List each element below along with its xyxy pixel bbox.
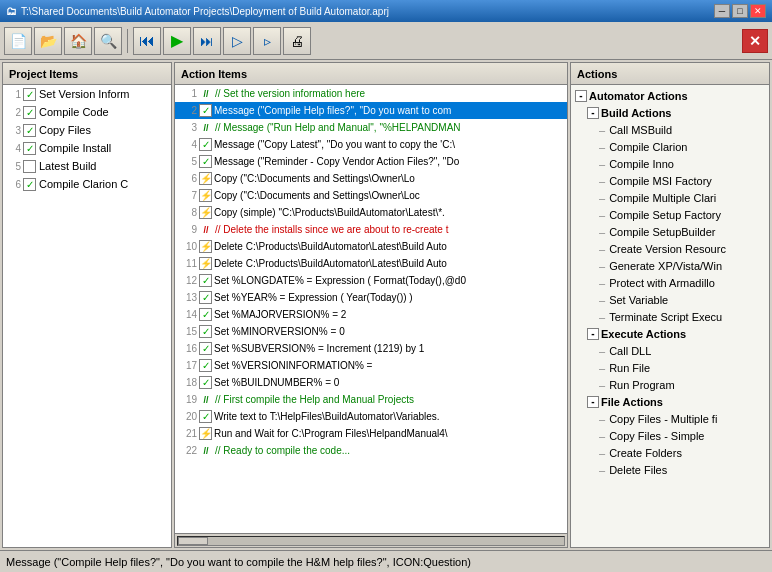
new-button[interactable]: 📄 <box>4 27 32 55</box>
action-item[interactable]: 20 ✓ Write text to T:\HelpFiles\BuildAut… <box>175 408 567 425</box>
action-item[interactable]: 8 ⚡ Copy (simple) "C:\Products\BuildAuto… <box>175 204 567 221</box>
scroll-thumb[interactable] <box>178 537 208 545</box>
project-item[interactable]: 4 ✓ Compile Install <box>3 139 171 157</box>
step-first-button[interactable]: ⏮ <box>133 27 161 55</box>
action-checkbox[interactable]: ✓ <box>199 410 212 423</box>
action-item[interactable]: 17 ✓ Set %VERSIONINFORMATION% = <box>175 357 567 374</box>
item-checkbox[interactable]: ✓ <box>23 106 36 119</box>
project-item[interactable]: 3 ✓ Copy Files <box>3 121 171 139</box>
item-checkbox[interactable]: ✓ <box>23 124 36 137</box>
action-checkbox[interactable]: ✓ <box>199 155 212 168</box>
action-checkbox[interactable]: ✓ <box>199 376 212 389</box>
tree-leaf[interactable]: –Run File <box>573 359 767 376</box>
action-item[interactable]: 4 ✓ Message ("Copy Latest", "Do you want… <box>175 136 567 153</box>
action-checkbox[interactable]: ⚡ <box>199 257 212 270</box>
open-button[interactable]: 📂 <box>34 27 62 55</box>
item-checkbox[interactable]: ✓ <box>23 88 36 101</box>
action-checkbox[interactable]: ⚡ <box>199 427 212 440</box>
tree-expand-icon[interactable]: - <box>587 328 599 340</box>
action-item[interactable]: 18 ✓ Set %BUILDNUMBER% = 0 <box>175 374 567 391</box>
action-checkbox[interactable]: ✓ <box>199 291 212 304</box>
tree-leaf[interactable]: –Terminate Script Execu <box>573 308 767 325</box>
action-item[interactable]: 7 ⚡ Copy ("C:\Documents and Settings\Own… <box>175 187 567 204</box>
find-button[interactable]: 🔍 <box>94 27 122 55</box>
step-into-button[interactable]: ▷ <box>223 27 251 55</box>
action-item[interactable]: 5 ✓ Message ("Reminder - Copy Vendor Act… <box>175 153 567 170</box>
action-items-list[interactable]: 1 // // Set the version information here… <box>175 85 567 533</box>
action-item[interactable]: 14 ✓ Set %MAJORVERSION% = 2 <box>175 306 567 323</box>
tree-leaf[interactable]: –Copy Files - Multiple fi <box>573 410 767 427</box>
tree-category[interactable]: -Build Actions <box>573 104 767 121</box>
tree-leaf[interactable]: –Compile MSI Factory <box>573 172 767 189</box>
action-checkbox[interactable]: ✓ <box>199 359 212 372</box>
action-item[interactable]: 9 // // Delete the installs since we are… <box>175 221 567 238</box>
project-item[interactable]: 1 ✓ Set Version Inform <box>3 85 171 103</box>
action-checkbox[interactable]: ⚡ <box>199 206 212 219</box>
horizontal-scrollbar[interactable] <box>175 533 567 547</box>
tree-category[interactable]: -Execute Actions <box>573 325 767 342</box>
action-item[interactable]: 12 ✓ Set %LONGDATE% = Expression ( Forma… <box>175 272 567 289</box>
tree-leaf[interactable]: –Copy Files - Simple <box>573 427 767 444</box>
minimize-button[interactable]: ─ <box>714 4 730 18</box>
action-item[interactable]: 11 ⚡ Delete C:\Products\BuildAutomator\L… <box>175 255 567 272</box>
print-button[interactable]: 🖨 <box>283 27 311 55</box>
play-button[interactable]: ▶ <box>163 27 191 55</box>
tree-leaf[interactable]: –Compile Clarion <box>573 138 767 155</box>
tree-leaf[interactable]: –Compile Inno <box>573 155 767 172</box>
tree-expand-icon[interactable]: - <box>587 396 599 408</box>
step-next-button[interactable]: ▹ <box>253 27 281 55</box>
actions-tree[interactable]: -Automator Actions-Build Actions–Call MS… <box>571 85 769 547</box>
step-over-button[interactable]: ⏭ <box>193 27 221 55</box>
tree-leaf[interactable]: –Compile Setup Factory <box>573 206 767 223</box>
stop-button[interactable]: ✕ <box>742 29 768 53</box>
action-item[interactable]: 15 ✓ Set %MINORVERSION% = 0 <box>175 323 567 340</box>
tree-category[interactable]: -File Actions <box>573 393 767 410</box>
close-window-button[interactable]: ✕ <box>750 4 766 18</box>
tree-leaf[interactable]: –Call MSBuild <box>573 121 767 138</box>
action-checkbox[interactable]: ✓ <box>199 342 212 355</box>
action-item[interactable]: 22 // // Ready to compile the code... <box>175 442 567 459</box>
tree-leaf[interactable]: –Create Folders <box>573 444 767 461</box>
project-items-list[interactable]: 1 ✓ Set Version Inform 2 ✓ Compile Code … <box>3 85 171 547</box>
tree-leaf[interactable]: –Compile SetupBuilder <box>573 223 767 240</box>
tree-leaf[interactable]: –Set Variable <box>573 291 767 308</box>
action-item[interactable]: 10 ⚡ Delete C:\Products\BuildAutomator\L… <box>175 238 567 255</box>
project-item[interactable]: 2 ✓ Compile Code <box>3 103 171 121</box>
action-checkbox[interactable]: ✓ <box>199 308 212 321</box>
action-item[interactable]: 2 ✓ Message ("Compile Help files?", "Do … <box>175 102 567 119</box>
action-item[interactable]: 21 ⚡ Run and Wait for C:\Program Files\H… <box>175 425 567 442</box>
tree-expand-icon[interactable]: - <box>587 107 599 119</box>
item-checkbox[interactable]: ✓ <box>23 178 36 191</box>
action-item[interactable]: 1 // // Set the version information here <box>175 85 567 102</box>
scroll-track[interactable] <box>177 536 565 546</box>
action-item[interactable]: 16 ✓ Set %SUBVERSION% = Increment (1219)… <box>175 340 567 357</box>
action-checkbox[interactable]: ⚡ <box>199 240 212 253</box>
action-item[interactable]: 19 // // First compile the Help and Manu… <box>175 391 567 408</box>
tree-leaf[interactable]: –Protect with Armadillo <box>573 274 767 291</box>
maximize-button[interactable]: □ <box>732 4 748 18</box>
tree-category[interactable]: -Automator Actions <box>573 87 767 104</box>
item-checkbox[interactable] <box>23 160 36 173</box>
action-item[interactable]: 3 // // Message ("Run Help and Manual", … <box>175 119 567 136</box>
tree-leaf[interactable]: –Create Version Resourc <box>573 240 767 257</box>
action-checkbox[interactable]: ✓ <box>199 325 212 338</box>
action-item[interactable]: 6 ⚡ Copy ("C:\Documents and Settings\Own… <box>175 170 567 187</box>
tree-leaf[interactable]: –Run Program <box>573 376 767 393</box>
action-checkbox[interactable]: ✓ <box>199 274 212 287</box>
tree-leaf[interactable]: –Generate XP/Vista/Win <box>573 257 767 274</box>
tree-leaf-label: Create Folders <box>609 447 682 459</box>
action-checkbox[interactable]: ⚡ <box>199 172 212 185</box>
item-checkbox[interactable]: ✓ <box>23 142 36 155</box>
action-item[interactable]: 13 ✓ Set %YEAR% = Expression ( Year(Toda… <box>175 289 567 306</box>
tree-leaf[interactable]: –Delete Files <box>573 461 767 478</box>
tree-expand-icon[interactable]: - <box>575 90 587 102</box>
project-button[interactable]: 🏠 <box>64 27 92 55</box>
action-checkbox[interactable]: ✓ <box>199 138 212 151</box>
action-checkbox[interactable]: ⚡ <box>199 189 212 202</box>
project-item[interactable]: 5 Latest Build <box>3 157 171 175</box>
tree-dash: – <box>599 379 605 391</box>
action-checkbox[interactable]: ✓ <box>199 104 212 117</box>
project-item[interactable]: 6 ✓ Compile Clarion C <box>3 175 171 193</box>
tree-leaf[interactable]: –Call DLL <box>573 342 767 359</box>
tree-leaf[interactable]: –Compile Multiple Clari <box>573 189 767 206</box>
